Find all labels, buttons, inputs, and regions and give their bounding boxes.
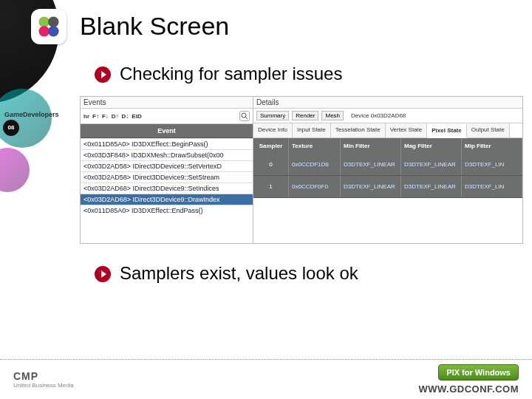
tab-summary[interactable]: Summary — [256, 111, 289, 120]
sampler-row[interactable]: 0 0x0CCDF1D8 D3DTEXF_LINEAR D3DTEXF_LINE… — [253, 154, 522, 176]
tab-mesh[interactable]: Mesh — [321, 111, 344, 120]
events-list: <0x011D85A0> ID3DXEffect::BeginPass() <0… — [81, 138, 253, 243]
cmp-logo: CMP United Business Media — [13, 370, 74, 389]
toolbar-button[interactable]: D↑ — [112, 113, 119, 120]
svg-point-3 — [48, 26, 58, 36]
toolbar-button[interactable]: EID — [132, 113, 141, 120]
col-header: Texture — [289, 138, 341, 154]
sampler-table-header: Sampler Texture Min Filter Mag Filter Mi… — [253, 138, 522, 154]
events-column-header: Event — [81, 124, 253, 138]
pix-badge: PIX for Windows — [438, 364, 519, 381]
bullet-text: Samplers exist, values look ok — [120, 263, 358, 284]
bullet-chevron-icon — [95, 266, 111, 282]
sampler-row[interactable]: 1 0x0CCDF0F0 D3DTEXF_LINEAR D3DTEXF_LINE… — [253, 176, 522, 198]
event-row[interactable]: <0x011D85A0> ID3DXEffect::BeginPass() — [81, 138, 253, 149]
conference-name-text: GameDevelopers — [4, 111, 59, 118]
slide-footer: CMP United Business Media PIX for Window… — [0, 359, 532, 399]
details-state-tabs: Device Info Input State Tesselation Stat… — [253, 123, 522, 138]
event-row[interactable]: <0x03D2AD58> IDirect3DDevice9::SetStream — [81, 171, 253, 183]
toolbar-button[interactable]: F↓ — [102, 113, 109, 120]
details-pane-title: Details — [253, 97, 522, 109]
toolbar-button[interactable]: D↓ — [122, 113, 129, 120]
tab-render[interactable]: Render — [292, 111, 318, 120]
tab-output-state[interactable]: Output State — [467, 123, 510, 137]
svg-point-4 — [242, 113, 246, 117]
col-header: Mip Filter — [462, 138, 522, 154]
svg-point-0 — [39, 17, 50, 27]
col-header: Min Filter — [341, 138, 401, 154]
event-row[interactable]: <0x03D2AD58> IDirect3DDevice9::SetVertex… — [81, 160, 253, 171]
toolbar-button[interactable]: hr — [83, 113, 89, 120]
search-icon[interactable] — [239, 111, 250, 121]
tab-vertex-state[interactable]: Vertex State — [386, 123, 428, 137]
svg-point-2 — [39, 26, 50, 36]
col-header: Sampler — [253, 138, 289, 154]
tab-device-info[interactable]: Device Info — [253, 123, 293, 137]
bullet-item: Checking for sampler issues — [95, 64, 342, 84]
events-pane-title: Events — [81, 97, 253, 109]
details-pane: Details Summary Render Mesh Device 0x03D… — [253, 97, 522, 243]
side-decoration — [0, 0, 66, 399]
event-row[interactable]: <0x03D2AD68> IDirect3DDevice9::DrawIndex — [81, 194, 253, 205]
sampler-table: Sampler Texture Min Filter Mag Filter Mi… — [253, 138, 522, 243]
toolbar-button[interactable]: F↑ — [92, 113, 99, 120]
event-row[interactable]: <0x011D85A0> ID3DXEffect::EndPass() — [81, 205, 253, 216]
event-row[interactable]: <0x03D2AD68> IDirect3DDevice9::SetIndice… — [81, 183, 253, 194]
bullet-text: Checking for sampler issues — [120, 64, 342, 84]
bullet-chevron-icon — [95, 66, 111, 83]
tab-tesselation-state[interactable]: Tesselation State — [331, 123, 386, 137]
bullet-item: Samplers exist, values look ok — [95, 263, 358, 284]
events-toolbar: hr F↑ F↓ D↑ D↓ EID — [81, 109, 253, 124]
conference-year-badge: 08 — [3, 120, 74, 136]
tab-input-state[interactable]: Input State — [293, 123, 331, 137]
slide-title: Blank Screen — [80, 12, 229, 41]
events-pane: Events hr F↑ F↓ D↑ D↓ EID Event <0x011D8… — [81, 97, 253, 243]
col-header: Mag Filter — [401, 138, 462, 154]
pix-screenshot: Events hr F↑ F↓ D↑ D↓ EID Event <0x011D8… — [80, 96, 523, 244]
svg-line-5 — [245, 117, 248, 119]
tab-pixel-state[interactable]: Pixel State — [427, 124, 466, 138]
event-row[interactable]: <0x03D3F848> ID3DXMesh::DrawSubset(0x00 — [81, 149, 253, 160]
gdconf-url-text: WWW.GDCONF.COM — [418, 383, 519, 395]
device-label: Device 0x03D2AD68 — [351, 112, 406, 119]
conference-logo-icon — [31, 9, 66, 44]
details-top-tabs: Summary Render Mesh Device 0x03D2AD68 — [253, 109, 522, 123]
svg-point-1 — [48, 17, 58, 27]
